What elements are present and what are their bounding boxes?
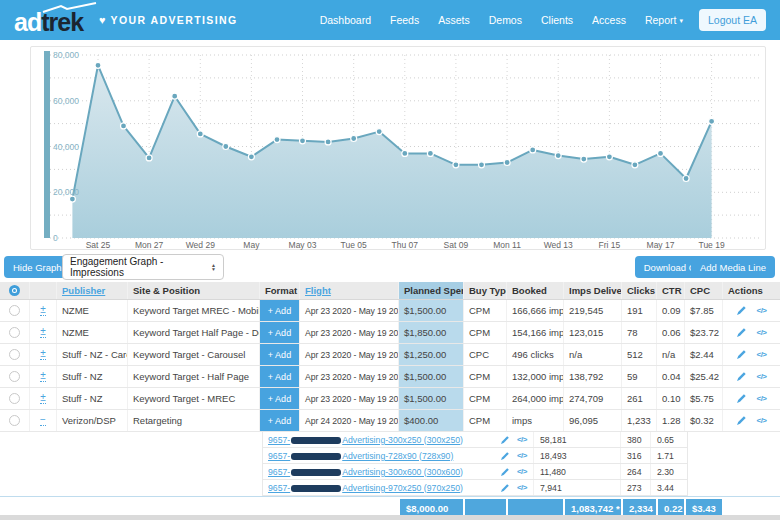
site-position-cell: Keyword Target - Carousel <box>128 344 260 365</box>
embed-code-icon[interactable]: </> <box>517 451 527 460</box>
add-format-button[interactable]: + Add <box>260 366 299 387</box>
embed-code-icon[interactable]: </> <box>756 372 766 381</box>
svg-text:May 03: May 03 <box>289 240 317 250</box>
embed-code-icon[interactable]: </> <box>517 435 527 444</box>
row-radio[interactable] <box>9 305 20 316</box>
imps-delivered-cell: 96,095 <box>564 410 622 431</box>
nav-item-label: Dashboard <box>320 14 371 26</box>
col-header-buy-type: Buy Type <box>464 282 507 299</box>
nav-item-dashboard[interactable]: Dashboard <box>320 14 371 26</box>
col-header-ctr: CTR <box>657 282 685 299</box>
nav-item-label: Feeds <box>390 14 419 26</box>
embed-code-icon[interactable]: </> <box>756 328 766 337</box>
row-radio[interactable] <box>9 349 20 360</box>
hide-graph-button[interactable]: Hide Graph <box>4 256 71 278</box>
add-format-button[interactable]: + Add <box>260 410 299 431</box>
svg-text:May: May <box>243 240 260 250</box>
embed-code-icon[interactable]: </> <box>756 306 766 315</box>
logout-button[interactable]: Logout EA <box>699 9 766 31</box>
edit-pencil-icon[interactable] <box>500 451 510 461</box>
app-logo[interactable]: adtrek <box>14 10 83 35</box>
nav-item-label: Assets <box>438 14 470 26</box>
row-radio[interactable] <box>9 393 20 404</box>
cpc-cell: $7.85 <box>685 300 723 321</box>
heart-icon: ♥ <box>99 14 106 26</box>
embed-code-icon[interactable]: </> <box>756 416 766 425</box>
creative-link-prefix: 9657- <box>268 467 290 477</box>
creative-link-prefix: 9657- <box>268 451 290 461</box>
svg-text:Sat 09: Sat 09 <box>444 240 469 250</box>
publisher-cell: Stuff - NZ - Carousel <box>57 344 128 365</box>
edit-pencil-icon[interactable] <box>736 305 747 316</box>
edit-pencil-icon[interactable] <box>500 483 510 493</box>
row-radio[interactable] <box>9 327 20 338</box>
col-header-actions: Actions <box>723 282 780 299</box>
embed-code-icon[interactable]: </> <box>517 483 527 492</box>
edit-pencil-icon[interactable] <box>736 349 747 360</box>
buy-type-cell: CPM <box>464 300 507 321</box>
expand-row-link[interactable]: ± <box>40 393 46 404</box>
table-row: ±NZMEKeyword Target Half Page - Desktop+… <box>0 322 780 344</box>
embed-code-icon[interactable]: </> <box>756 350 766 359</box>
edit-pencil-icon[interactable] <box>736 371 747 382</box>
nav-item-label: Clients <box>541 14 573 26</box>
select-all-radio[interactable] <box>9 285 20 296</box>
cpc-cell: $5.75 <box>685 388 723 409</box>
expand-row-link[interactable]: ± <box>40 327 46 338</box>
creative-link[interactable]: 9657-Advertising-300x600 (300x600) <box>268 467 463 477</box>
col-header-format: Format <box>260 282 300 299</box>
creative-link[interactable]: 9657-Advertising-728x90 (728x90) <box>268 451 453 461</box>
col-header-flight-label[interactable]: Flight <box>305 285 331 296</box>
edit-pencil-icon[interactable] <box>736 393 747 404</box>
graph-type-select[interactable]: Engagement Graph - Impressions ▲▼ <box>62 254 224 280</box>
actions-cell: </> <box>723 388 780 409</box>
embed-code-icon[interactable]: </> <box>517 467 527 476</box>
buy-type-cell: CPC <box>464 344 507 365</box>
add-format-button[interactable]: + Add <box>260 388 299 409</box>
media-lines-table: PublisherSite & PositionFormatFlightPlan… <box>0 282 780 518</box>
planned-spend-cell: $400.00 <box>399 410 464 431</box>
clicks-cell: 261 <box>622 388 657 409</box>
edit-pencil-icon[interactable] <box>736 415 747 426</box>
add-media-line-button[interactable]: Add Media Line <box>691 256 775 278</box>
add-format-button[interactable]: + Add <box>260 322 299 343</box>
nav-item-access[interactable]: Access <box>592 14 626 26</box>
add-format-button[interactable]: + Add <box>260 300 299 321</box>
expand-row-link[interactable]: − <box>40 415 46 426</box>
creative-link[interactable]: 9657-Advertising-300x250 (300x250) <box>268 435 463 445</box>
edit-pencil-icon[interactable] <box>736 327 747 338</box>
add-format-button[interactable]: + Add <box>260 344 299 365</box>
row-radio[interactable] <box>9 371 20 382</box>
nav-item-assets[interactable]: Assets <box>438 14 470 26</box>
creative-clicks-cell: 273 <box>621 480 651 495</box>
expand-row-link[interactable]: ± <box>40 349 46 360</box>
top-nav-bar: adtrek ♥ YOUR ADVERTISING DashboardFeeds… <box>0 0 780 40</box>
col-header-publisher-label[interactable]: Publisher <box>62 285 105 296</box>
col-header-cpc: CPC <box>685 282 723 299</box>
creative-imps-cell: 7,941 <box>534 480 621 495</box>
expand-row-link[interactable]: ± <box>40 305 46 316</box>
nav-item-feeds[interactable]: Feeds <box>390 14 419 26</box>
col-header-planned-spend: Planned Spend <box>399 282 464 299</box>
row-radio[interactable] <box>9 415 20 426</box>
embed-code-icon[interactable]: </> <box>756 394 766 403</box>
site-position-cell: Retargeting <box>128 410 260 431</box>
nav-item-clients[interactable]: Clients <box>541 14 573 26</box>
clicks-cell: 1,233 <box>622 410 657 431</box>
creative-imps-cell: 11,480 <box>534 464 621 479</box>
edit-pencil-icon[interactable] <box>500 435 510 445</box>
redacted-text <box>291 453 341 460</box>
creative-link[interactable]: 9657-Advertising-970x250 (970x250) <box>268 483 463 493</box>
creative-link-prefix: 9657- <box>268 435 290 445</box>
creative-link-suffix: Advertising-970x250 (970x250) <box>342 483 463 493</box>
main-nav: DashboardFeedsAssetsDemosClientsAccessRe… <box>320 14 683 26</box>
nav-item-label: Access <box>592 14 626 26</box>
expand-row-link[interactable]: ± <box>40 371 46 382</box>
imps-delivered-cell: 274,709 <box>564 388 622 409</box>
creative-subrow: 9657-Advertising-300x600 (300x600)</>11,… <box>263 464 687 480</box>
nav-item-demos[interactable]: Demos <box>489 14 522 26</box>
svg-text:60,000: 60,000 <box>53 96 79 106</box>
edit-pencil-icon[interactable] <box>500 467 510 477</box>
page-bottom-strip <box>0 515 780 520</box>
nav-item-report[interactable]: Report▾ <box>645 14 683 26</box>
